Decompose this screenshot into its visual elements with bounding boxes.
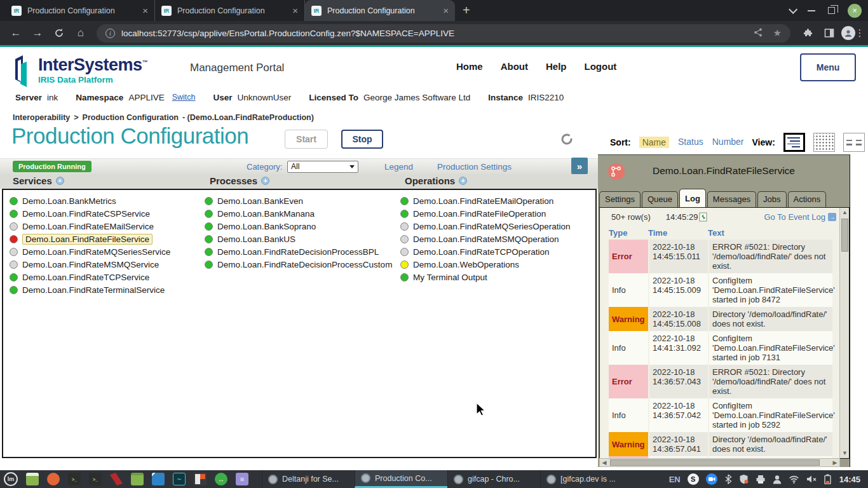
user-icon[interactable] [773, 475, 782, 484]
taskbar-window-button[interactable]: gifcap - Chro... [447, 470, 540, 488]
new-tab-button[interactable]: + [455, 0, 478, 21]
stop-button[interactable]: Stop [341, 130, 383, 149]
app-orange-icon[interactable] [47, 473, 60, 485]
volume-muted-icon[interactable] [806, 475, 817, 484]
config-item[interactable]: Demo.Loan.FindRateFileOperation [400, 207, 571, 220]
expand-panel-button[interactable]: » [571, 158, 588, 174]
config-item[interactable]: Demo.Loan.FindRateDecisionProcessCustom [205, 258, 392, 271]
config-item[interactable]: Demo.Loan.BankSoprano [205, 220, 392, 233]
go-to-event-log-link[interactable]: Go To Event Log → [764, 212, 836, 222]
taskbar-window-button[interactable]: Production Co... [355, 470, 447, 488]
bluetooth-icon[interactable] [724, 474, 732, 484]
panel-tab-actions[interactable]: Actions [788, 191, 827, 207]
keyboard-layout-indicator[interactable]: EN [669, 475, 681, 484]
sort-option-name[interactable]: Name [639, 137, 669, 148]
back-icon[interactable]: ← [6, 24, 25, 43]
category-select[interactable]: All [287, 161, 358, 173]
address-bar[interactable]: i localhost:52773/csp/applive/EnsPortal.… [97, 24, 790, 43]
config-item[interactable]: Demo.Loan.BankMetrics [10, 194, 170, 207]
add-service-icon[interactable]: + [56, 177, 64, 185]
tab-search-chevron-icon[interactable] [789, 4, 797, 13]
config-item[interactable]: Demo.Loan.BankManana [205, 207, 392, 220]
minimize-button[interactable] [808, 10, 815, 11]
scroll-left-icon[interactable]: ◀ [600, 459, 609, 466]
log-col-text[interactable]: Text [708, 228, 832, 238]
switch-link[interactable]: Switch [172, 93, 196, 102]
add-operation-icon[interactable]: + [459, 177, 467, 185]
config-item[interactable]: Demo.Loan.FindRateMSMQOperation [400, 233, 571, 245]
panel-tab-settings[interactable]: Settings [599, 191, 641, 207]
view-list-button[interactable] [783, 133, 805, 152]
shield-icon[interactable] [739, 474, 749, 484]
start-menu-icon[interactable]: lm [4, 472, 18, 486]
browser-tab[interactable]: IRProduction Configuration× [305, 0, 455, 21]
scroll-down-icon[interactable]: ▼ [840, 449, 850, 458]
config-item[interactable]: Demo.Loan.FindRateTCPOperation [400, 245, 571, 258]
log-vertical-scrollbar[interactable]: ▲ ▼ [839, 208, 849, 458]
scroll-right-icon[interactable]: ▶ [831, 459, 839, 466]
menu-button[interactable]: Menu [800, 53, 856, 81]
legend-link[interactable]: Legend [384, 162, 413, 172]
breadcrumb-root[interactable]: Interoperability [13, 113, 70, 122]
horizontal-scroll-thumb[interactable] [610, 459, 820, 466]
folder-green-icon[interactable] [131, 473, 144, 485]
printer-icon[interactable] [756, 475, 766, 484]
panel-tab-jobs[interactable]: Jobs [757, 191, 786, 207]
config-item[interactable]: Demo.Loan.BankUS [205, 233, 392, 245]
zoom-camera-icon[interactable] [706, 473, 717, 485]
config-item[interactable]: Demo.Loan.FindRateTerminalService [10, 283, 170, 296]
view-grid-button[interactable] [813, 133, 835, 152]
browser-tab[interactable]: IRProduction Configuration× [155, 0, 305, 21]
config-item[interactable]: Demo.Loan.WebOperations [400, 258, 571, 271]
panel-tab-queue[interactable]: Queue [642, 191, 678, 207]
terminal-1-icon[interactable]: >_ [68, 473, 81, 485]
view-split-button[interactable] [843, 133, 865, 152]
log-col-type[interactable]: Type [609, 228, 648, 238]
app-green-circle-icon[interactable]: ↔ [215, 473, 227, 485]
config-item[interactable]: Demo.Loan.FindRateFileService [10, 233, 170, 245]
site-info-icon[interactable]: i [105, 29, 115, 38]
share-icon[interactable] [753, 27, 763, 37]
scroll-up-icon[interactable]: ▲ [840, 208, 850, 217]
vscode-icon[interactable] [152, 473, 165, 485]
config-item[interactable]: Demo.Loan.FindRateTCPService [10, 271, 170, 283]
sort-option-status[interactable]: Status [678, 137, 703, 148]
config-item[interactable]: Demo.Loan.FindRateEMailOperation [400, 194, 571, 207]
panel-tab-log[interactable]: Log [679, 189, 706, 207]
config-item[interactable]: My Terminal Output [400, 271, 571, 283]
production-settings-link[interactable]: Production Settings [437, 162, 512, 172]
browser-menu-icon[interactable]: ⋮ [858, 24, 862, 43]
restore-button[interactable] [828, 7, 835, 14]
config-item[interactable]: Demo.Loan.FindRateMSMQService [10, 258, 170, 271]
add-process-icon[interactable]: + [261, 177, 269, 185]
battery-icon[interactable] [824, 474, 831, 484]
log-horizontal-scrollbar[interactable]: ◀ ▶ [599, 458, 840, 467]
close-window-button[interactable]: × [848, 4, 862, 18]
panel-tab-messages[interactable]: Messages [707, 191, 756, 207]
tab-close-icon[interactable]: × [292, 5, 298, 16]
profile-avatar[interactable] [841, 26, 855, 40]
log-col-time[interactable]: Time [648, 228, 708, 238]
vertical-scroll-thumb[interactable] [841, 219, 848, 252]
config-item[interactable]: Demo.Loan.FindRateCSPService [10, 207, 170, 220]
sort-option-number[interactable]: Number [712, 137, 744, 148]
config-item[interactable]: Demo.Loan.FindRateMQSeriesOperation [400, 220, 571, 233]
config-item[interactable]: Demo.Loan.FindRateEMailService [10, 220, 170, 233]
app-red-icon[interactable] [110, 473, 123, 485]
extensions-icon[interactable] [798, 24, 817, 43]
nav-link-home[interactable]: Home [456, 61, 483, 72]
config-item[interactable]: Demo.Loan.FindRateMQSeriesService [10, 245, 170, 258]
browser-tab[interactable]: IRProduction Configuration× [5, 0, 155, 21]
tab-close-icon[interactable]: × [443, 5, 449, 16]
config-item[interactable]: Demo.Loan.FindRateDecisionProcessBPL [205, 245, 392, 258]
window-green-icon[interactable] [26, 473, 39, 485]
calculator-icon[interactable] [194, 473, 207, 485]
taskbar-clock[interactable]: 14:45 [839, 475, 860, 484]
taskbar-window-button[interactable]: [gifcap.dev is ... [540, 470, 633, 488]
monitor-teal-icon[interactable]: ~ [173, 473, 186, 485]
nav-link-help[interactable]: Help [546, 61, 567, 72]
home-icon[interactable]: ⌂ [71, 24, 90, 43]
reload-icon[interactable] [50, 24, 69, 43]
terminal-2-icon[interactable]: >_ [89, 473, 102, 485]
skype-icon[interactable]: S [688, 473, 699, 485]
